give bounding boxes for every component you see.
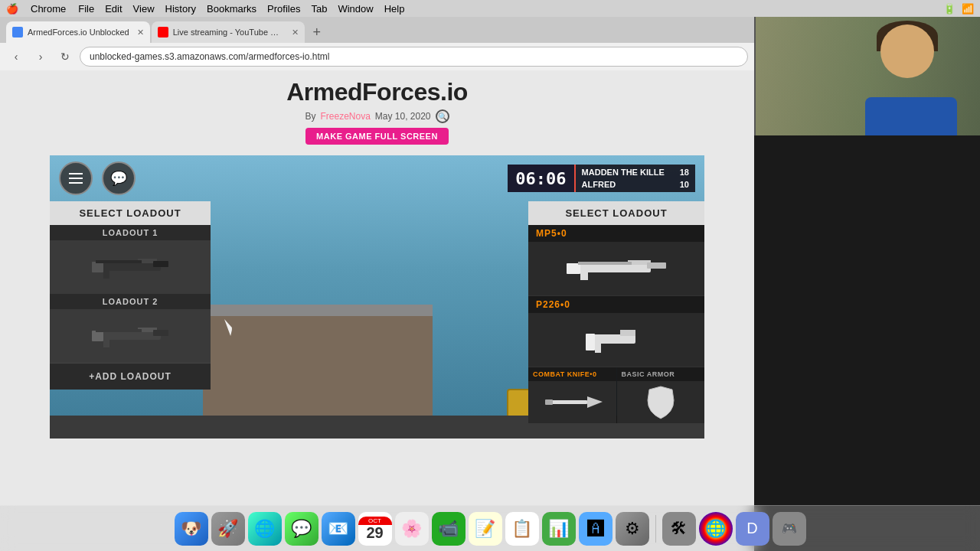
- loadout-1[interactable]: LOADOUT 1: [50, 225, 211, 294]
- tab-armedforces[interactable]: ArmedForces.io Unblocked ✕: [6, 21, 150, 43]
- svg-rect-14: [567, 263, 580, 274]
- dock-reminders[interactable]: 📋: [505, 512, 539, 546]
- loadout-right-panel: SELECT LOADOUT MP5•0: [528, 201, 704, 423]
- svg-rect-19: [620, 330, 635, 336]
- scoreboard: 06:06 MADDEN THE KILLE 18 ALFRED 10: [508, 165, 695, 192]
- dock-extra[interactable]: 🎮: [773, 512, 806, 546]
- dock-calendar[interactable]: OCT 29: [358, 512, 392, 546]
- weapon-mp5-image: [528, 242, 704, 295]
- tab-favicon-armedforces: [12, 27, 23, 37]
- svg-rect-2: [92, 262, 103, 272]
- svg-rect-5: [96, 260, 142, 263]
- menu-chrome[interactable]: Chrome: [31, 3, 66, 15]
- dock-discord[interactable]: D: [736, 512, 769, 546]
- svg-rect-4: [153, 261, 168, 267]
- dock-notes[interactable]: 📝: [469, 512, 502, 546]
- weapon-p226-label: P226•0: [528, 296, 704, 313]
- dock-chrome[interactable]: 🌐: [699, 512, 733, 546]
- loadout-1-image: [50, 240, 211, 294]
- menu-bookmarks[interactable]: Bookmarks: [207, 3, 256, 15]
- hamburger-line-3: [69, 182, 83, 184]
- hamburger-line-2: [69, 178, 83, 179]
- svg-rect-20: [586, 334, 595, 350]
- loadout-right-header: SELECT LOADOUT: [528, 201, 704, 225]
- menu-view[interactable]: View: [133, 3, 155, 15]
- loadout-2-label: LOADOUT 2: [50, 294, 211, 309]
- game-area[interactable]: 💬 06:06 MADDEN THE KILLE 18 ALFRED 10: [50, 155, 704, 439]
- loadout-left-header: SELECT LOADOUT: [50, 201, 211, 225]
- svg-rect-16: [647, 262, 666, 269]
- dock-finder[interactable]: 🐶: [175, 512, 208, 546]
- apple-logo[interactable]: 🍎: [6, 3, 18, 15]
- menu-history[interactable]: History: [165, 3, 196, 15]
- menubar: 🍎 Chrome File Edit View History Bookmark…: [0, 0, 980, 17]
- dock-screen-time[interactable]: 🛠: [662, 512, 696, 546]
- player-1-name: MADDEN THE KILLE: [582, 168, 665, 177]
- dock-numbers[interactable]: 📊: [542, 512, 576, 546]
- forward-button[interactable]: ›: [31, 47, 51, 67]
- tab-close-armedforces[interactable]: ✕: [137, 28, 144, 37]
- dock-app-store[interactable]: 🅰: [579, 512, 612, 546]
- player-2-score: 10: [680, 180, 689, 189]
- loadout-1-label: LOADOUT 1: [50, 225, 211, 240]
- basic-armor-image: [617, 381, 705, 423]
- add-loadout-button[interactable]: +ADD LOADOUT: [50, 363, 211, 390]
- dock-facetime[interactable]: 📹: [432, 512, 466, 546]
- dock-divider: [655, 515, 656, 543]
- basic-armor-slot[interactable]: BASIC ARMOR: [617, 367, 705, 423]
- nav-bar: ‹ › ↻ unblocked-games.s3.amazonaws.com/a…: [0, 43, 754, 70]
- menu-edit[interactable]: Edit: [105, 3, 122, 15]
- browser-window: ArmedForces.io Unblocked ✕ Live streamin…: [0, 17, 754, 551]
- dock-safari[interactable]: 🌐: [248, 512, 282, 546]
- building-roof: [203, 305, 433, 316]
- address-bar[interactable]: unblocked-games.s3.amazonaws.com/armedfo…: [80, 47, 748, 67]
- hamburger-line-1: [69, 173, 83, 174]
- fullscreen-button[interactable]: MAKE GAME FULL SCREEN: [305, 128, 449, 145]
- scores-box: MADDEN THE KILLE 18 ALFRED 10: [576, 165, 695, 192]
- p226-svg: [578, 321, 655, 359]
- gun-2-svg: [84, 317, 176, 355]
- tab-youtube[interactable]: Live streaming - YouTube Stu... ✕: [152, 21, 305, 43]
- menu-window[interactable]: Window: [338, 3, 373, 15]
- wifi-icon: 📶: [962, 3, 974, 15]
- menu-profiles[interactable]: Profiles: [267, 3, 300, 15]
- search-icon[interactable]: 🔍: [436, 109, 449, 123]
- knife-svg: [541, 389, 603, 416]
- game-top-bar: 💬 06:06 MADDEN THE KILLE 18 ALFRED 10: [50, 155, 704, 201]
- dock-messages[interactable]: 💬: [285, 512, 318, 546]
- page-title: ArmedForces.io: [0, 78, 754, 106]
- game-menu-button[interactable]: [59, 161, 93, 195]
- svg-rect-11: [96, 329, 142, 332]
- menu-tab[interactable]: Tab: [311, 3, 327, 15]
- combat-knife-slot[interactable]: COMBAT KNIFE•0: [528, 367, 616, 423]
- dock-mail[interactable]: 📧: [322, 512, 355, 546]
- menu-file[interactable]: File: [78, 3, 94, 15]
- hamburger-icon: [69, 173, 83, 184]
- weapon-mp5[interactable]: MP5•0: [528, 225, 704, 296]
- chat-button[interactable]: 💬: [102, 161, 136, 195]
- basic-armor-label: BASIC ARMOR: [617, 367, 705, 381]
- back-button[interactable]: ‹: [6, 47, 26, 67]
- dock-system-prefs[interactable]: ⚙: [616, 512, 649, 546]
- score-row-2: ALFRED 10: [582, 178, 689, 191]
- menu-help[interactable]: Help: [384, 3, 405, 15]
- svg-rect-8: [92, 331, 103, 341]
- loadout-left-panel: SELECT LOADOUT LOADOUT 1: [50, 201, 211, 390]
- svg-rect-10: [153, 330, 168, 336]
- dock-launchpad[interactable]: 🚀: [211, 512, 245, 546]
- svg-rect-24: [545, 399, 553, 405]
- author-link[interactable]: FreezeNova: [320, 111, 370, 122]
- dock-photos[interactable]: 🌸: [395, 512, 429, 546]
- loadout-2-image: [50, 309, 211, 363]
- combat-knife-image: [528, 381, 616, 423]
- weapon-p226[interactable]: P226•0: [528, 296, 704, 367]
- battery-icon: 🔋: [943, 3, 956, 15]
- player-1-score: 18: [680, 168, 689, 177]
- chat-icon: 💬: [110, 170, 127, 187]
- mp5-svg: [563, 249, 670, 288]
- loadout-2[interactable]: LOADOUT 2: [50, 294, 211, 363]
- refresh-button[interactable]: ↻: [55, 47, 75, 67]
- new-tab-button[interactable]: +: [306, 21, 328, 43]
- tab-close-youtube[interactable]: ✕: [292, 28, 299, 37]
- svg-marker-23: [587, 396, 603, 408]
